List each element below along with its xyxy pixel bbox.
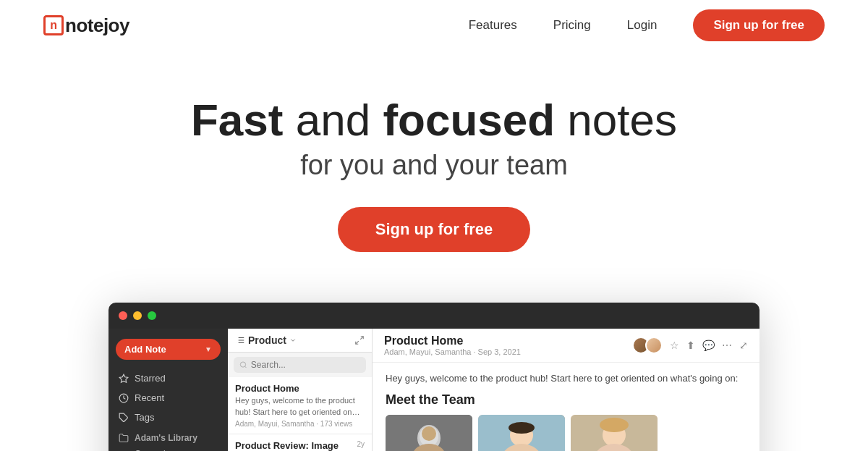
share-toolbar-icon[interactable]: ⬆	[686, 340, 695, 351]
star-icon	[119, 374, 129, 384]
search-input[interactable]	[251, 360, 360, 370]
svg-line-13	[360, 337, 363, 340]
avatar-group	[632, 337, 663, 354]
chevron-down-icon: ▼	[205, 345, 212, 353]
add-note-label: Add Note	[124, 344, 166, 355]
note-item-0[interactable]: Product Home Hey guys, welcome to the pr…	[228, 377, 372, 434]
team-photo-2	[478, 415, 565, 451]
note-item-preview-0: Hey guys, welcome to the product hub! St…	[235, 395, 365, 418]
sidebar-item-starred[interactable]: Starred	[109, 368, 228, 388]
notes-list-header: Product	[228, 329, 372, 353]
folder-icon	[119, 433, 129, 443]
expand-icon[interactable]	[354, 335, 365, 345]
hero-headline-fast: Fast	[191, 95, 283, 145]
notes-list-title: Product	[235, 334, 297, 346]
nav-pricing[interactable]: Pricing	[553, 18, 591, 33]
notes-list-product-title: Product	[248, 334, 286, 346]
svg-marker-0	[119, 374, 128, 382]
svg-point-30	[600, 418, 629, 432]
svg-line-16	[245, 366, 247, 368]
hero-headline: Fast and focused notes	[14, 94, 854, 146]
maximize-dot	[148, 311, 156, 320]
minimize-dot	[133, 311, 142, 320]
header: n notejoy Features Pricing Login Sign up…	[0, 0, 868, 51]
note-item-title-1: Product Review: Image Gallery 1/15	[235, 440, 365, 451]
expand-toolbar-icon[interactable]: ⤢	[739, 340, 748, 351]
sidebar-recent-label: Recent	[135, 392, 164, 403]
sidebar-sub-general[interactable]: General	[109, 446, 228, 451]
note-item-1[interactable]: 2y Product Review: Image Gallery 1/15 At…	[228, 434, 372, 451]
hero-section: Fast and focused notes for you and your …	[0, 51, 868, 281]
note-toolbar: Product Home Adam, Mayui, Samantha · Sep…	[373, 329, 760, 363]
hero-headline-focused: focused	[383, 95, 555, 145]
sidebar: Add Note ▼ Starred Recent Tags Adam's Li…	[109, 329, 228, 451]
signup-button-header[interactable]: Sign up for free	[693, 9, 825, 41]
note-item-title-0: Product Home	[235, 383, 365, 394]
main-nav: Features Pricing Login Sign up for free	[469, 9, 825, 41]
hero-subheadline: for you and your team	[14, 150, 854, 181]
note-body: Hey guys, welcome to the product hub! St…	[373, 363, 760, 451]
nav-features[interactable]: Features	[469, 18, 517, 33]
note-title: Product Home	[384, 334, 521, 347]
sidebar-item-recent[interactable]: Recent	[109, 388, 228, 408]
svg-point-15	[240, 362, 245, 367]
sidebar-starred-label: Starred	[135, 373, 166, 384]
close-dot	[119, 311, 127, 320]
sidebar-library-header: Adam's Library	[109, 427, 228, 446]
chevron-icon	[289, 337, 297, 344]
more-toolbar-icon[interactable]: ⋯	[722, 340, 732, 351]
tag-icon	[119, 413, 129, 423]
note-toolbar-right: ☆ ⬆ 💬 ⋯ ⤢	[632, 337, 748, 354]
avatar-2	[645, 337, 663, 354]
add-note-button[interactable]: Add Note ▼	[116, 339, 221, 360]
note-item-age-1: 2y	[357, 440, 365, 448]
search-icon	[239, 361, 247, 369]
note-intro: Hey guys, welcome to the product hub! St…	[386, 373, 746, 384]
notes-list: Product Product Home Hey guys, welcome t…	[228, 329, 373, 451]
sidebar-tags-label: Tags	[135, 412, 154, 423]
nav-login[interactable]: Login	[627, 18, 658, 33]
search-bar	[234, 357, 366, 373]
comment-toolbar-icon[interactable]: 💬	[702, 340, 715, 351]
note-section-title: Meet the Team	[386, 392, 746, 408]
app-body: Add Note ▼ Starred Recent Tags Adam's Li…	[109, 329, 760, 451]
note-item-meta-0: Adam, Mayui, Samantha · 173 views	[235, 420, 365, 428]
recent-icon	[119, 393, 129, 403]
photo-grid	[386, 415, 746, 451]
star-toolbar-icon[interactable]: ☆	[670, 340, 679, 351]
titlebar	[109, 303, 760, 329]
team-photo-3	[571, 415, 658, 451]
list-icon	[235, 335, 245, 345]
svg-line-14	[356, 341, 359, 344]
svg-point-26	[509, 422, 535, 434]
signup-button-hero[interactable]: Sign up for free	[338, 207, 531, 252]
svg-point-21	[422, 426, 436, 441]
note-toolbar-left: Product Home Adam, Mayui, Samantha · Sep…	[384, 334, 521, 356]
hero-headline-notes: notes	[555, 95, 677, 145]
logo-text: notejoy	[65, 14, 129, 37]
logo[interactable]: n notejoy	[43, 14, 129, 37]
note-content: Product Home Adam, Mayui, Samantha · Sep…	[373, 329, 760, 451]
sidebar-item-tags[interactable]: Tags	[109, 408, 228, 427]
library-label: Adam's Library	[135, 433, 197, 443]
app-preview: Add Note ▼ Starred Recent Tags Adam's Li…	[109, 303, 760, 451]
note-meta: Adam, Mayui, Samantha · Sep 3, 2021	[384, 347, 521, 356]
hero-headline-and: and	[283, 95, 383, 145]
team-photo-1	[386, 415, 472, 451]
